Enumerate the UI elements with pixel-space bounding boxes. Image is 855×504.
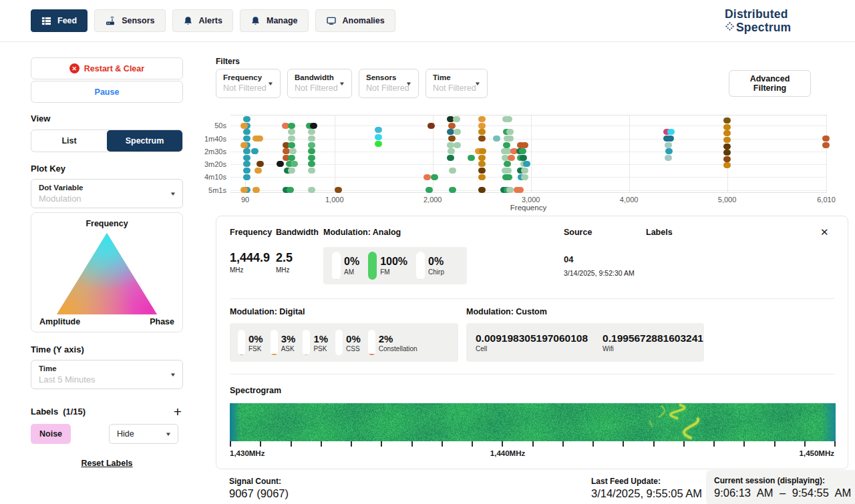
- label-chip-noise[interactable]: Noise: [31, 424, 71, 444]
- signal-dot[interactable]: [506, 136, 514, 142]
- signal-dot[interactable]: [667, 136, 674, 142]
- signal-dot[interactable]: [521, 174, 528, 180]
- time-range-select[interactable]: Time Last 5 Minutes ▼: [31, 360, 183, 389]
- signal-dot[interactable]: [478, 187, 486, 193]
- signal-dot[interactable]: [308, 155, 315, 161]
- signal-dot[interactable]: [723, 150, 731, 156]
- signal-dot[interactable]: [505, 174, 512, 180]
- restart-clear-button[interactable]: ✕ Restart & Clear: [31, 57, 183, 79]
- signal-dot[interactable]: [454, 129, 461, 135]
- signal-dot[interactable]: [256, 161, 264, 167]
- signal-dot[interactable]: [308, 168, 315, 174]
- signal-dot[interactable]: [288, 129, 295, 135]
- signal-dot[interactable]: [453, 116, 460, 122]
- signal-dot[interactable]: [308, 136, 315, 142]
- signal-dot[interactable]: [288, 142, 295, 148]
- signal-dot[interactable]: [478, 174, 486, 180]
- signal-dot[interactable]: [243, 161, 250, 167]
- signal-dot[interactable]: [240, 187, 248, 193]
- signal-dot[interactable]: [447, 155, 454, 161]
- signal-dot[interactable]: [288, 155, 295, 161]
- signal-dot[interactable]: [308, 142, 315, 148]
- signal-dot[interactable]: [723, 156, 731, 162]
- signal-dot[interactable]: [252, 187, 260, 193]
- signal-dot[interactable]: [665, 142, 672, 148]
- signal-dot[interactable]: [243, 116, 250, 122]
- filter-bandwidth[interactable]: BandwidthNot Filtered▼: [287, 69, 352, 98]
- signal-dot[interactable]: [516, 187, 524, 193]
- nav-manage-button[interactable]: Manage: [240, 9, 309, 32]
- signal-dot[interactable]: [493, 136, 500, 142]
- advanced-filtering-button[interactable]: Advanced Filtering: [729, 70, 811, 97]
- signal-dot[interactable]: [505, 116, 512, 122]
- signal-dot[interactable]: [428, 123, 435, 129]
- signal-dot[interactable]: [308, 187, 315, 193]
- signal-dot[interactable]: [283, 148, 290, 154]
- signal-dot[interactable]: [448, 136, 456, 142]
- signal-dot[interactable]: [335, 187, 342, 193]
- signal-dot[interactable]: [243, 168, 250, 174]
- dot-variable-select[interactable]: Dot Variable Modulation ▼: [31, 179, 183, 208]
- label-visibility-select[interactable]: Hide ▼: [109, 424, 178, 444]
- signal-dot[interactable]: [504, 161, 511, 167]
- signal-dot[interactable]: [291, 161, 298, 167]
- signal-dot[interactable]: [243, 155, 250, 161]
- signal-dot[interactable]: [506, 187, 514, 193]
- signal-dot[interactable]: [523, 161, 530, 167]
- signal-dot[interactable]: [240, 142, 248, 148]
- spectrogram-image[interactable]: [230, 403, 836, 441]
- signal-dot[interactable]: [478, 161, 486, 167]
- nav-sensors-button[interactable]: Sensors: [94, 9, 165, 32]
- signal-dot[interactable]: [479, 148, 486, 154]
- signal-dot[interactable]: [723, 137, 731, 143]
- view-toggle-list[interactable]: List: [31, 130, 107, 152]
- signal-dot[interactable]: [375, 134, 382, 140]
- signal-dot[interactable]: [448, 148, 455, 154]
- signal-dot[interactable]: [431, 174, 438, 180]
- signal-dot[interactable]: [288, 168, 295, 174]
- signal-dot[interactable]: [256, 136, 263, 142]
- signal-dot[interactable]: [478, 116, 486, 122]
- signal-dot[interactable]: [822, 142, 830, 148]
- signal-dot[interactable]: [425, 187, 433, 193]
- signal-dot[interactable]: [243, 148, 250, 154]
- signal-dot[interactable]: [375, 127, 382, 133]
- signal-dot[interactable]: [468, 155, 475, 161]
- add-label-button[interactable]: +: [174, 404, 182, 420]
- signal-dot[interactable]: [243, 174, 250, 180]
- signal-dot[interactable]: [243, 129, 250, 135]
- signal-dot[interactable]: [506, 129, 514, 135]
- signal-dot[interactable]: [449, 187, 456, 193]
- signal-dot[interactable]: [288, 123, 295, 129]
- signal-dot[interactable]: [478, 168, 486, 174]
- view-toggle-spectrum[interactable]: Spectrum: [107, 130, 182, 152]
- signal-dot[interactable]: [478, 136, 486, 142]
- nav-feed-button[interactable]: Feed: [31, 9, 88, 32]
- signal-dot[interactable]: [454, 142, 461, 148]
- signal-dot[interactable]: [508, 155, 515, 161]
- close-icon[interactable]: ✕: [816, 226, 833, 239]
- signal-dot[interactable]: [243, 136, 250, 142]
- signal-dot[interactable]: [519, 148, 526, 154]
- nav-alerts-button[interactable]: Alerts: [172, 9, 233, 32]
- signal-dot[interactable]: [665, 148, 673, 154]
- signal-dot[interactable]: [723, 124, 731, 130]
- signal-dot[interactable]: [520, 155, 527, 161]
- signal-dot[interactable]: [308, 129, 315, 135]
- filter-sensors[interactable]: SensorsNot Filtered▼: [359, 69, 419, 98]
- signal-dot[interactable]: [667, 129, 675, 135]
- signal-dot[interactable]: [277, 161, 284, 167]
- pause-button[interactable]: Pause: [31, 81, 183, 103]
- signal-dot[interactable]: [449, 168, 456, 174]
- filter-frequency[interactable]: FrequencyNot Filtered▼: [216, 69, 281, 98]
- signal-dot[interactable]: [254, 168, 262, 174]
- signal-dot[interactable]: [503, 142, 510, 148]
- signal-dot[interactable]: [448, 123, 456, 129]
- signal-dot[interactable]: [310, 123, 317, 129]
- signal-dot[interactable]: [723, 130, 731, 136]
- reset-labels-link[interactable]: Reset Labels: [31, 459, 183, 468]
- signal-dot[interactable]: [478, 123, 486, 129]
- signal-dot[interactable]: [308, 161, 315, 167]
- signal-dot[interactable]: [423, 174, 431, 180]
- signal-dot[interactable]: [240, 123, 248, 129]
